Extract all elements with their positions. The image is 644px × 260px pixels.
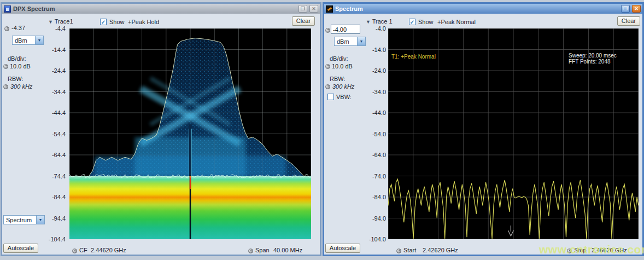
spectrum-stop-value[interactable]: 2.46620 GHz [592,247,627,253]
spectrum-dbdiv-knob-icon[interactable] [325,64,330,69]
spectrum-rbw-knob-icon[interactable] [325,84,330,89]
dpx-app-icon [4,5,11,13]
dpx-rbw-value[interactable]: 300 kHz [10,83,32,90]
spectrum-ref-level-knob-icon[interactable] [325,28,330,33]
dpx-close-button[interactable]: ✕ [309,5,318,13]
y-tick-label: -54.0 [372,131,386,137]
dpx-cf-knob-icon[interactable] [72,249,77,253]
dpx-dbdiv-value[interactable]: 10.0 dB [10,63,31,70]
spectrum-y-axis: -4.0-14.0-24.0-34.0-44.0-54.0-64.0-74.0-… [359,4,386,255]
dpx-unit-value: dBm [15,37,27,44]
spectrum-dbdiv-label: dB/div: [330,55,348,62]
dpx-autoscale-button[interactable]: Autoscale [3,244,38,253]
desktop: DPX Spectrum ❐ ✕ ▼ Trace1 ✓ Show +Peak H… [0,0,644,260]
y-tick-label: -54.4 [52,131,66,137]
spectrum-start-label: Start [403,247,416,253]
y-tick-label: -34.0 [372,89,386,95]
spectrum-rbw-value[interactable]: 300 kHz [332,83,354,90]
y-tick-label: -14.4 [52,47,66,53]
spectrum-clear-button[interactable]: Clear [617,16,640,26]
y-tick-label: -4.4 [55,25,66,32]
fft-points-text: FFT Points: 2048 [569,59,611,65]
y-tick-label: -94.4 [52,215,66,222]
dpx-show-checkbox[interactable]: ✓ [100,19,107,25]
y-tick-label: -64.4 [52,152,66,158]
y-tick-label: -64.0 [372,152,386,158]
dpx-y-axis: -4.4-14.4-24.4-34.4-44.4-54.4-64.4-74.4-… [38,4,66,255]
dpx-ref-level-value[interactable]: -4.37 [11,25,25,31]
spectrum-rbw-label: RBW: [330,76,346,82]
dpx-clear-button[interactable]: Clear [292,16,315,26]
spectrum-show-checkbox[interactable]: ✓ [409,19,415,25]
dpx-plot-area[interactable] [69,28,311,239]
dpx-detector-label: +Peak Hold [128,19,159,25]
spectrum-start-value[interactable]: 2.42620 GHz [423,247,458,253]
spectrum-sweep-annotation: Sweep: 20.00 msec FFT Points: 2048 [569,53,617,65]
spectrum-stop-label: Stop [574,247,587,253]
spectrum-start-knob-icon[interactable] [396,249,401,253]
spectrum-window: Spectrum ❐ ✕ ▼ Trace 1 ✓ Show +Peak Norm… [323,2,644,256]
y-tick-label: -94.0 [372,215,386,222]
y-tick-label: -74.0 [372,173,386,180]
spectrum-unit-value: dBm [337,38,349,45]
spectrum-ref-level-input[interactable]: -4.00 [331,25,360,34]
spectrum-dbdiv-value[interactable]: 10.0 dB [332,63,353,70]
sweep-time-text: Sweep: 20.00 msec [569,53,617,59]
dpx-ref-level-knob-icon[interactable] [4,26,9,31]
dpx-dbdiv-knob-icon[interactable] [3,64,8,69]
spectrum-vbw-label: VBW: [336,94,352,100]
spectrum-vbw-checkbox[interactable] [327,94,334,100]
spectrum-plot-area[interactable]: T1: +Peak Normal Sweep: 20.00 msec FFT P… [388,28,639,239]
dpx-cf-value[interactable]: 2.44620 GHz [91,247,126,253]
spectrum-detector-label: +Peak Normal [437,19,476,25]
y-tick-label: -84.0 [372,194,386,200]
spectrum-show-label: Show [418,19,434,25]
spectrum-restore-button[interactable]: ❐ [621,5,630,13]
dpx-persistence-display [69,28,311,239]
dpx-spectrum-window: DPX Spectrum ❐ ✕ ▼ Trace1 ✓ Show +Peak H… [1,2,321,256]
spectrum-app-icon [326,5,333,13]
y-tick-label: -44.0 [372,109,386,116]
dpx-rbw-knob-icon[interactable] [3,84,8,89]
dpx-cf-label: CF [79,247,87,253]
y-tick-label: -44.4 [52,109,66,116]
y-tick-label: -104.0 [369,236,386,242]
y-tick-label: -84.4 [52,194,66,200]
y-tick-label: -24.0 [372,67,386,74]
y-tick-label: -104.4 [49,236,66,242]
dpx-span-value[interactable]: 40.00 MHz [273,247,302,253]
dpx-show-label: Show [109,19,125,25]
y-tick-label: -4.0 [376,25,386,32]
spectrum-autoscale-button[interactable]: Autoscale [325,244,360,253]
y-tick-label: -34.4 [52,89,66,95]
spectrum-stop-knob-icon[interactable] [567,249,572,253]
dpx-display-mode-value: Spectrum [6,217,32,223]
spectrum-close-button[interactable]: ✕ [632,5,641,13]
dpx-restore-button[interactable]: ❐ [298,5,307,13]
y-tick-label: -74.4 [52,173,66,180]
dpx-span-knob-icon[interactable] [248,249,253,253]
y-tick-label: -24.4 [52,67,66,74]
dpx-span-label: Span [255,247,270,253]
y-tick-label: -14.0 [372,47,386,53]
dpx-rbw-label: RBW: [8,76,24,82]
dpx-dbdiv-label: dB/div: [8,55,26,62]
spectrum-t1-annotation: T1: +Peak Normal [391,54,436,60]
